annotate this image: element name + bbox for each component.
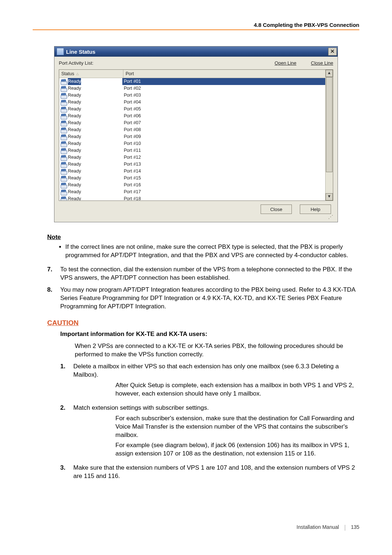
row-port: Port #01 [122,78,326,85]
note-bullet: If the correct lines are not online, mak… [65,243,359,260]
table-row[interactable]: ReadyPort #02 [59,85,326,92]
row-status: Ready [68,189,81,195]
table-row[interactable]: ReadyPort #11 [59,147,326,154]
phone-icon [61,100,66,105]
row-port: Port #02 [122,85,326,92]
phone-icon [61,190,66,195]
row-status: Ready [68,168,81,175]
caution-heading: CAUTION [47,318,359,328]
resize-grip-icon[interactable]: ⋰ [59,215,333,218]
list-item: 2.Match extension settings with subscrib… [60,404,359,461]
scroll-thumb[interactable] [326,77,332,172]
table-row[interactable]: ReadyPort #10 [59,140,326,147]
table-row[interactable]: ReadyPort #16 [59,182,326,189]
row-port: Port #18 [122,195,326,200]
list-item: 8.You may now program APT/DPT Integratio… [47,286,359,311]
phone-icon [61,121,66,126]
phone-icon [61,155,66,160]
phone-icon [61,107,66,112]
row-status: Ready [68,182,81,189]
row-port: Port #07 [122,119,326,126]
section-title: 4.8 Completing the PBX-VPS Connection [254,22,359,28]
table-row[interactable]: ReadyPort #08 [59,126,326,133]
open-line-link[interactable]: Open Line [275,60,297,66]
table-row[interactable]: ReadyPort #14 [59,168,326,175]
table-row[interactable]: ReadyPort #05 [59,106,326,113]
table-row[interactable]: ReadyPort #18 [59,195,326,200]
phone-icon [61,197,66,201]
port-activity-label: Port Activity List: [59,60,260,66]
col-port[interactable]: Port [126,70,134,78]
list-item: 7.To test the connection, dial the exten… [47,266,359,282]
row-status: Ready [68,161,81,168]
row-port: Port #03 [122,92,326,99]
row-status: Ready [68,78,81,85]
note-heading: Note [47,233,359,242]
row-port: Port #09 [122,133,326,140]
row-status: Ready [68,85,81,92]
scroll-up-icon[interactable]: ▲ [326,70,333,77]
sort-asc-icon: △ [76,70,79,78]
row-status: Ready [68,133,81,140]
table-row[interactable]: ReadyPort #01 [59,78,326,85]
row-status: Ready [68,99,81,106]
row-port: Port #12 [122,154,326,161]
phone-icon [61,162,66,167]
row-port: Port #15 [122,175,326,182]
phone-icon [61,141,66,146]
phone-icon [61,127,66,133]
close-icon[interactable]: ✕ [328,48,337,56]
table-row[interactable]: ReadyPort #06 [59,113,326,119]
row-port: Port #13 [122,161,326,168]
row-port: Port #05 [122,106,326,113]
col-status[interactable]: Status [61,70,74,78]
phone-icon [61,114,66,119]
row-status: Ready [68,106,81,113]
close-button[interactable]: Close [261,204,292,214]
vertical-scrollbar[interactable]: ▲ ▼ [325,70,333,200]
page-footer: Installation Manual 135 [33,524,359,530]
table-row[interactable]: ReadyPort #12 [59,154,326,161]
row-status: Ready [68,113,81,119]
row-port: Port #17 [122,189,326,195]
dialog-titlebar[interactable]: Line Status ✕ [54,46,338,57]
row-port: Port #16 [122,182,326,189]
footer-manual: Installation Manual [297,524,339,530]
phone-icon [61,86,66,91]
table-row[interactable]: ReadyPort #15 [59,175,326,182]
line-status-dialog: Line Status ✕ Port Activity List: Open L… [54,46,338,222]
table-row[interactable]: ReadyPort #07 [59,119,326,126]
help-button[interactable]: Help [300,204,331,214]
app-icon [57,48,64,55]
row-status: Ready [68,154,81,161]
table-row[interactable]: ReadyPort #04 [59,99,326,106]
port-list[interactable]: Status △ Port ReadyPort #01ReadyPort #02… [59,69,333,201]
phone-icon [61,79,66,84]
scroll-down-icon[interactable]: ▼ [326,193,333,200]
header-divider [33,29,359,30]
table-row[interactable]: ReadyPort #13 [59,161,326,168]
dialog-title: Line Status [66,49,328,55]
phone-icon [61,148,66,153]
row-status: Ready [68,92,81,99]
row-port: Port #10 [122,140,326,147]
caution-subheading: Important information for KX-TE and KX-T… [60,330,359,339]
row-status: Ready [68,140,81,147]
row-status: Ready [68,119,81,126]
row-status: Ready [68,175,81,182]
row-port: Port #14 [122,168,326,175]
phone-icon [61,183,66,188]
phone-icon [61,176,66,181]
row-status: Ready [68,195,81,200]
phone-icon [61,93,66,98]
list-header[interactable]: Status △ Port [59,70,326,78]
close-line-link[interactable]: Close Line [311,60,333,66]
list-item: 3.Make sure that the extension numbers o… [60,464,359,481]
row-status: Ready [68,126,81,133]
table-row[interactable]: ReadyPort #09 [59,133,326,140]
table-row[interactable]: ReadyPort #17 [59,189,326,195]
table-row[interactable]: ReadyPort #03 [59,92,326,99]
list-item: 1.Delete a mailbox in either VPS so that… [60,362,359,400]
phone-icon [61,134,66,139]
phone-icon [61,169,66,174]
